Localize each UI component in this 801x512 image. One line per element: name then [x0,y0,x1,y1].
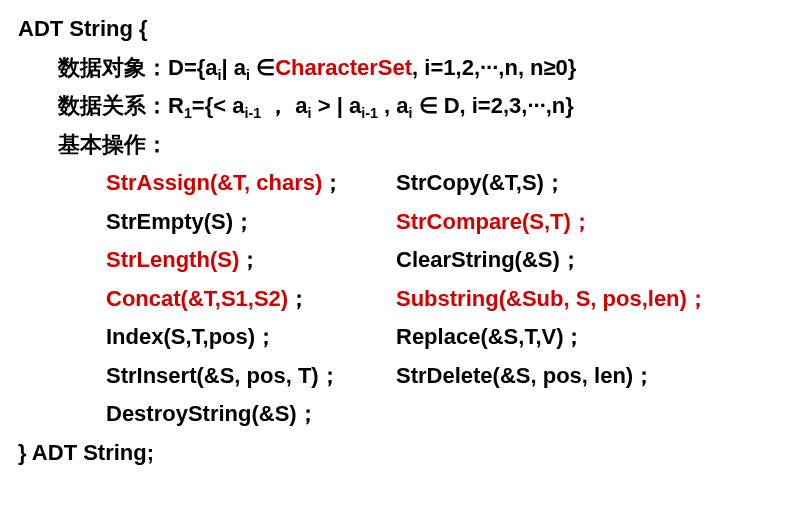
op-strcompare: StrCompare(S,T)； [396,209,593,234]
data-object-label: 数据对象： [58,55,168,80]
op-strinsert: StrInsert(&S, pos, T)； [106,363,341,388]
ops-row-6: StrInsert(&S, pos, T)； StrDelete(&S, pos… [18,357,783,396]
data-relation-line: 数据关系：R1={< ai-1 ， ai > | ai-1 , ai ∈ D, … [18,87,783,126]
ops-row-2: StrEmpty(S)； StrCompare(S,T)； [18,203,783,242]
op-replace: Replace(&S,T,V)； [396,324,586,349]
ops-row-7: DestroyString(&S)； [18,395,783,434]
ops-row-1: StrAssign(&T, chars)； StrCopy(&T,S)； [18,164,783,203]
op-index: Index(S,T,pos)； [106,324,277,349]
txt: R [168,93,184,118]
sub-1: 1 [184,105,192,121]
txt: ={< a [192,93,245,118]
character-set: CharacterSet [275,55,412,80]
txt: , i=1,2,···,n, n≥0} [412,55,576,80]
op-concat: Concat(&T,S1,S2) [106,286,288,311]
semicolon: ； [239,247,261,272]
ops-row-4: Concat(&T,S1,S2)； Substring(&Sub, S, pos… [18,280,783,319]
op-strdelete: StrDelete(&S, pos, len)； [396,363,655,388]
sub-im1: i-1 [244,105,261,121]
txt: , a [378,93,409,118]
sub-im1: i-1 [361,105,378,121]
adt-header: ADT String { [18,10,783,49]
data-relation-label: 数据关系： [58,93,168,118]
adt-definition: ADT String { 数据对象：D={ai| ai ∈CharacterSe… [0,0,801,482]
txt: ， a [261,93,307,118]
op-strempty: StrEmpty(S)； [106,209,255,234]
op-clearstring: ClearString(&S)； [396,247,582,272]
txt: > | a [312,93,362,118]
basic-operations-label: 基本操作： [18,126,783,165]
op-strassign: StrAssign(&T, chars) [106,170,322,195]
data-object-line: 数据对象：D={ai| ai ∈CharacterSet, i=1,2,···,… [18,49,783,88]
txt: D={a [168,55,218,80]
op-substring: Substring(&Sub, S, pos,len)； [396,286,709,311]
txt: ∈ [250,55,275,80]
ops-row-5: Index(S,T,pos)； Replace(&S,T,V)； [18,318,783,357]
op-destroystring: DestroyString(&S)； [106,401,319,426]
semicolon: ； [288,286,310,311]
txt: | a [222,55,247,80]
ops-row-3: StrLength(S)； ClearString(&S)； [18,241,783,280]
semicolon: ； [322,170,344,195]
adt-footer: } ADT String; [18,434,783,473]
txt: ∈ D, i=2,3,···,n} [412,93,573,118]
op-strcopy: StrCopy(&T,S)； [396,170,566,195]
op-strlength: StrLength(S) [106,247,239,272]
